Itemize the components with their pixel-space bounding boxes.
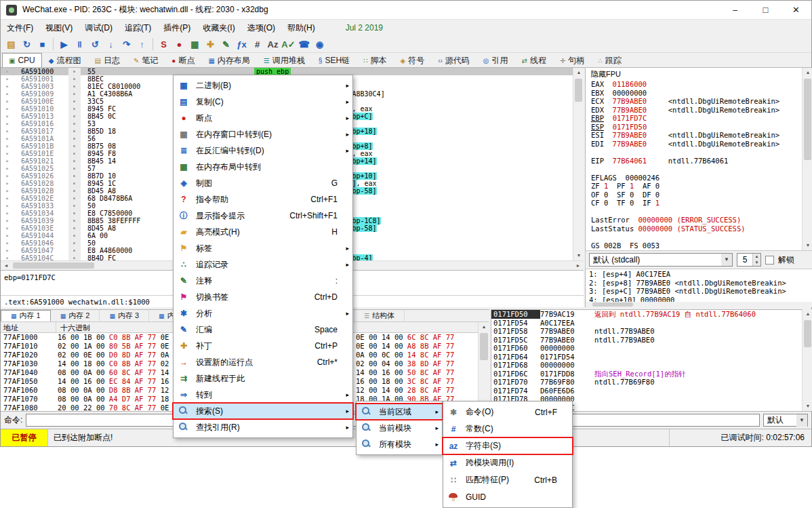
tab-source[interactable]: ‹›源代码	[431, 53, 476, 67]
tab-graph[interactable]: ◆流程图	[42, 53, 88, 67]
comment-icon[interactable]: ✎	[218, 37, 234, 52]
tab-breakpoints[interactable]: ●断点	[165, 53, 201, 67]
register-line[interactable]: EFLAGS 00000246	[591, 174, 800, 182]
breakpoint-bullet-icon[interactable]: ●	[1, 210, 21, 217]
tab-handles[interactable]: ✛句柄	[553, 53, 591, 67]
breakpoint-bullet-icon[interactable]: ●	[1, 232, 21, 239]
scrollbar-thumb[interactable]	[13, 262, 94, 269]
breakpoint-bullet-icon[interactable]: ●	[1, 150, 21, 157]
register-line[interactable]: ESI 77B9ABE0 <ntdll.DbgUiRemoteBreakin>	[591, 131, 800, 140]
breakpoint-bullet-icon[interactable]: ●	[1, 217, 21, 224]
scrollbar-thumb[interactable]	[804, 320, 811, 347]
argument-line[interactable]: 2: [esp+8] 77B9ABE0 <ntdll.DbgUiRemoteBr…	[589, 279, 812, 288]
breakpoint-bullet-icon[interactable]: ●	[1, 180, 21, 187]
breakpoint-bullet-icon[interactable]: ●	[1, 142, 21, 150]
menu-new-thread-here[interactable]: ⇉新建线程于此	[174, 370, 352, 387]
register-line[interactable]: LastStatus 00000000 (STATUS_SUCCESS)	[591, 224, 800, 233]
scroll-up-icon[interactable]: ▲	[479, 322, 489, 332]
menu-goto-dump[interactable]: ▦在内存窗口中转到(E)▸	[174, 126, 352, 142]
register-line[interactable]: EBX 00000000	[591, 89, 800, 98]
help-icon[interactable]: ◉	[312, 37, 327, 52]
breakpoint-bullet-icon[interactable]: ●	[1, 120, 21, 128]
menu-assemble[interactable]: ✎汇编Space	[174, 321, 352, 338]
stack-row[interactable]: 0171FD5C77B9ABE0ntdll.77B9ABE0	[491, 336, 802, 345]
registers-panel[interactable]: 隐藏FPU EAX 01186000EBX 00000000ECX 77B9AB…	[585, 68, 812, 250]
close-button[interactable]: ✕	[781, 1, 811, 19]
tab-dump-1[interactable]: ▦内存 1	[1, 310, 51, 321]
hide-fpu-button[interactable]: 隐藏FPU	[591, 69, 621, 79]
register-line[interactable]: EAX 01186000	[591, 80, 800, 89]
command-script-select[interactable]: 默认 ▼	[763, 414, 808, 427]
menubar-item-4[interactable]: 追踪(T)	[119, 20, 157, 36]
breakpoint-bullet-icon[interactable]: ●	[1, 157, 21, 165]
breakpoint-bullet-icon[interactable]: ●	[1, 172, 21, 180]
submenu-guid[interactable]: GUID	[443, 488, 572, 505]
scroll-up-icon[interactable]: ▲	[803, 68, 812, 77]
pause-icon[interactable]: ‖	[72, 37, 87, 52]
scroll-left-icon[interactable]: ◄	[1, 261, 12, 271]
step-over-icon[interactable]: ↷	[119, 37, 134, 52]
arguments-panel[interactable]: 1: [esp+4] A0C17EEA2: [esp+8] 77B9ABE0 <…	[585, 269, 812, 307]
scrollbar-thumb[interactable]	[804, 79, 811, 160]
menu-find-references[interactable]: 查找引用(R)▸	[174, 419, 352, 435]
submenu-all-modules[interactable]: 所有模块▸	[357, 436, 442, 452]
minimize-button[interactable]: –	[720, 1, 750, 19]
run-to-return-icon[interactable]: ↑	[134, 37, 150, 52]
registers-vertical-scrollbar[interactable]: ▲ ▼	[802, 68, 812, 250]
submenu-string[interactable]: az字符串(S)	[443, 437, 572, 454]
step-into-icon[interactable]: ↓	[103, 37, 119, 52]
menubar-item-3[interactable]: 调试(D)	[79, 20, 119, 36]
scroll-up-icon[interactable]: ▲	[573, 68, 584, 77]
register-line[interactable]: ESP 0171FD50	[591, 123, 800, 132]
title-bar[interactable]: WeChat.exe - PID: 263C - 模块: wechatwin.d…	[1, 1, 811, 20]
register-line[interactable]	[591, 208, 800, 216]
breakpoint-bullet-icon[interactable]: ●	[1, 224, 21, 232]
tab-seh[interactable]: §SEH链	[312, 53, 357, 67]
menu-search[interactable]: 搜索(S)▸	[174, 403, 352, 419]
breakpoint-bullet-icon[interactable]: ●	[1, 75, 21, 83]
spin-up-icon[interactable]: ▲	[753, 254, 760, 260]
scroll-up-icon[interactable]: ▲	[803, 309, 812, 319]
menu-instr-help[interactable]: ?指令帮助Ctrl+F1	[174, 191, 352, 208]
stop-debug-icon[interactable]: ■	[35, 37, 50, 52]
memory-map-icon[interactable]: ▦	[187, 37, 203, 52]
run-icon[interactable]: ▶	[56, 37, 72, 52]
submenu-current-region[interactable]: 当前区域▸	[357, 404, 442, 420]
scroll-right-icon[interactable]: ►	[573, 261, 584, 271]
breakpoint-bullet-icon[interactable]: ●	[1, 105, 21, 113]
scylla-icon[interactable]: S	[156, 37, 171, 52]
breakpoint-bullet-icon[interactable]: ●	[1, 187, 21, 195]
breakpoints-icon[interactable]: ●	[171, 37, 187, 52]
stack-row[interactable]: 0171FD6800000000	[491, 361, 802, 370]
menu-goto-memmap[interactable]: ▦在内存布局中转到	[174, 159, 352, 175]
argument-line[interactable]: 3: [esp+C] 77B9ABE0 <ntdll.DbgUiRemoteBr…	[589, 287, 812, 296]
menu-toggle-bookmark[interactable]: ⚑切换书签Ctrl+D	[174, 289, 352, 305]
tab-dump-2[interactable]: ▦内存 2	[51, 310, 100, 321]
spin-down-icon[interactable]: ▼	[753, 260, 760, 266]
breakpoint-bullet-icon[interactable]: ●	[1, 135, 21, 142]
unlock-checkbox[interactable]	[765, 256, 774, 265]
menu-comment[interactable]: ✎注释:	[174, 273, 352, 289]
menu-breakpoint[interactable]: ●断点▸	[174, 110, 352, 126]
tab-trace[interactable]: ∴跟踪	[591, 53, 628, 67]
submenu-intermodular-calls[interactable]: ⇄跨模块调用(I)	[443, 454, 572, 471]
tab-struct[interactable]: ☰结构体	[354, 310, 405, 321]
function-icon[interactable]: ƒx	[234, 37, 249, 52]
stack-row[interactable]: 0171FD5877B9ABE0ntdll.77B9ABE0	[491, 327, 802, 336]
tab-references[interactable]: ◎引用	[476, 53, 515, 67]
submenu-pattern[interactable]: ∷匹配特征(P)Ctrl+B	[443, 471, 572, 488]
tab-cpu[interactable]: ▣CPU	[2, 53, 42, 67]
tab-symbols[interactable]: ◈符号	[393, 53, 431, 67]
menu-copy[interactable]: ▤复制(C)▸	[174, 94, 352, 110]
text-icon[interactable]: Az	[265, 37, 281, 52]
tab-call-stack[interactable]: ☰调用堆栈	[257, 53, 312, 67]
menubar-item-2[interactable]: 视图(V)	[39, 20, 79, 36]
scrollbar-thumb[interactable]	[592, 302, 633, 307]
scroll-down-icon[interactable]: ▼	[803, 402, 812, 411]
tab-threads[interactable]: ⇄线程	[515, 53, 553, 67]
breakpoint-bullet-icon[interactable]: ●	[1, 83, 21, 90]
menu-set-new-origin[interactable]: →设置新的运行点Ctrl+*	[174, 354, 352, 370]
menu-goto[interactable]: ⇒转到▸	[174, 387, 352, 403]
breakpoint-bullet-icon[interactable]: ●	[1, 98, 21, 105]
submenu-current-module[interactable]: 当前模块▸	[357, 420, 442, 436]
